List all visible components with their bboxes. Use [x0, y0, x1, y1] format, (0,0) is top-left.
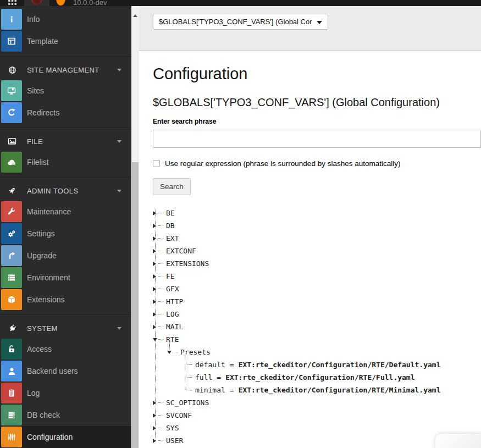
caret-collapsed-icon[interactable]: [153, 300, 158, 304]
tree-connector: [158, 339, 163, 340]
caret-collapsed-icon[interactable]: [153, 439, 158, 443]
tree-connector: [158, 263, 163, 264]
tree-node-label[interactable]: SVCONF: [166, 411, 192, 419]
tree-node-label[interactable]: SC_OPTIONS: [166, 399, 209, 407]
modules-grid-icon[interactable]: [8, 0, 17, 5]
topbar-active-module[interactable]: [24, 0, 49, 6]
tree-node-gfx: GFX: [153, 283, 481, 295]
sidebar-section-admin-tools[interactable]: ADMIN TOOLS: [0, 181, 131, 201]
tree-node-be: BE: [153, 207, 481, 219]
sidebar-section-label: SYSTEM: [27, 324, 58, 333]
scrollbar-thumb[interactable]: [132, 162, 139, 448]
page-subtitle: $GLOBALS['TYPO3_CONF_VARS'] (Global Conf…: [153, 96, 481, 109]
tree-leaf-full: full=EXT:rte_ckeditor/Configuration/RTE/…: [153, 371, 481, 384]
tree-node-label[interactable]: MAIL: [166, 323, 183, 331]
tree-node-label[interactable]: BE: [166, 209, 175, 217]
sidebar-item-maintenance[interactable]: Maintenance: [0, 201, 131, 223]
tree-connector: [158, 225, 163, 226]
sidebar-item-label: Maintenance: [27, 207, 71, 216]
sidebar-item-filelist[interactable]: Filelist: [0, 151, 131, 173]
sidebar-item-template[interactable]: Template: [0, 30, 131, 52]
tree-node-label[interactable]: SYS: [166, 424, 179, 432]
search-button[interactable]: Search: [153, 178, 191, 195]
caret-collapsed-icon[interactable]: [153, 236, 158, 241]
tree-node-ext: EXT: [153, 232, 481, 245]
search-phrase-label: Enter search phrase: [153, 118, 481, 125]
caret-collapsed-icon[interactable]: [153, 211, 158, 215]
sidebar-item-configuration[interactable]: Configuration: [0, 426, 131, 448]
caret-collapsed-icon[interactable]: [153, 325, 158, 329]
caret-collapsed-icon[interactable]: [153, 287, 158, 291]
tree-node-sc-options: SC_OPTIONS: [153, 396, 481, 409]
sidebar-item-settings[interactable]: Settings: [0, 223, 131, 245]
regex-option-row: Use regular expression (phrase is surrou…: [153, 159, 481, 168]
sidebar-item-sites[interactable]: Sites: [0, 80, 131, 102]
tree-connector: [185, 390, 192, 390]
sidebar-item-upgrade[interactable]: Upgrade: [0, 245, 131, 267]
caret-collapsed-icon[interactable]: [153, 249, 158, 253]
tree-node-rte: RTE: [153, 333, 481, 346]
caret-collapsed-icon[interactable]: [153, 224, 158, 228]
sidebar-item-label: Access: [27, 345, 52, 353]
tree-node-label[interactable]: EXT: [166, 234, 179, 242]
caret-collapsed-icon[interactable]: [153, 274, 158, 279]
tree-node-label[interactable]: EXTENSIONS: [166, 259, 209, 268]
sidebar-section-label: FILE: [27, 137, 43, 146]
tree-node-label[interactable]: DB: [166, 222, 175, 230]
caret-collapsed-icon[interactable]: [153, 262, 158, 266]
tree-node-sys: SYS: [153, 422, 481, 434]
tree-connector: [158, 289, 163, 289]
clipboard-icon: [1, 383, 22, 403]
caret-collapsed-icon[interactable]: [153, 413, 158, 418]
tree-node-label[interactable]: GFX: [166, 285, 179, 293]
tree-connector: [158, 213, 163, 213]
sidebar-item-label: Redirects: [27, 108, 59, 117]
sidebar-item-label: Settings: [27, 229, 55, 238]
plug-icon: [7, 324, 17, 333]
sidebar-item-environment[interactable]: Environment: [0, 267, 131, 289]
caret-collapsed-icon[interactable]: [153, 401, 158, 405]
tree-node-label[interactable]: FE: [166, 272, 175, 280]
tree-node-label[interactable]: RTE: [166, 335, 179, 344]
tree-connector: [158, 327, 163, 327]
caret-collapsed-icon[interactable]: [153, 312, 158, 317]
tree-node-label[interactable]: LOG: [166, 310, 179, 318]
tree-node-label[interactable]: USER: [166, 436, 183, 445]
tree-leaf-value: EXT:rte_ckeditor/Configuration/RTE/Minim…: [239, 386, 441, 394]
sidebar-section-site-management[interactable]: SITE MANAGEMENT: [0, 60, 131, 80]
sidebar-item-redirects[interactable]: Redirects: [0, 102, 131, 124]
scroll-up-icon: [133, 14, 137, 17]
sidebar-item-label: Filelist: [27, 158, 49, 167]
scrollbar-up-button[interactable]: [131, 12, 139, 19]
sidebar-item-log[interactable]: Log: [0, 382, 131, 404]
tree-node-label[interactable]: Presets: [180, 348, 211, 356]
tree-node-label[interactable]: HTTP: [166, 297, 183, 306]
sidebar-section-system[interactable]: SYSTEM: [0, 318, 131, 338]
regex-checkbox[interactable]: [153, 160, 160, 167]
search-input[interactable]: [153, 130, 481, 148]
upgrade-icon: [1, 245, 22, 266]
sidebar-item-info[interactable]: Info: [0, 8, 131, 30]
configuration-selector[interactable]: $GLOBALS['TYPO3_CONF_VARS'] (Global Conf…: [153, 14, 328, 30]
sidebar-item-access[interactable]: Access: [0, 338, 131, 360]
caret-expanded-icon[interactable]: [167, 351, 173, 354]
tree-connector: [158, 276, 163, 276]
sidebar-item-extensions[interactable]: Extensions: [0, 289, 131, 311]
caret-expanded-icon[interactable]: [153, 338, 158, 341]
sidebar-item-backend-users[interactable]: Backend users: [0, 360, 131, 382]
sidebar-item-label: Template: [27, 37, 58, 46]
tree-leaf-minimal: minimal=EXT:rte_ckeditor/Configuration/R…: [153, 384, 481, 396]
tree-connector: [158, 402, 163, 403]
regex-checkbox-label: Use regular expression (phrase is surrou…: [165, 159, 400, 168]
sidebar-section-label: SITE MANAGEMENT: [27, 66, 99, 74]
scrollbar[interactable]: [131, 6, 139, 448]
redirect-icon: [1, 102, 22, 123]
sidebar-item-db-check[interactable]: DB check: [0, 404, 131, 426]
tree-node-label[interactable]: EXTCONF: [166, 247, 196, 255]
chevron-down-icon: [117, 140, 121, 143]
sidebar-section: SITE MANAGEMENT Sites Redirects: [0, 56, 131, 124]
sidebar-section-file[interactable]: FILE: [0, 131, 131, 151]
filelist-icon: [1, 152, 22, 173]
caret-collapsed-icon[interactable]: [153, 426, 158, 430]
tree-node-db: DB: [153, 219, 481, 232]
